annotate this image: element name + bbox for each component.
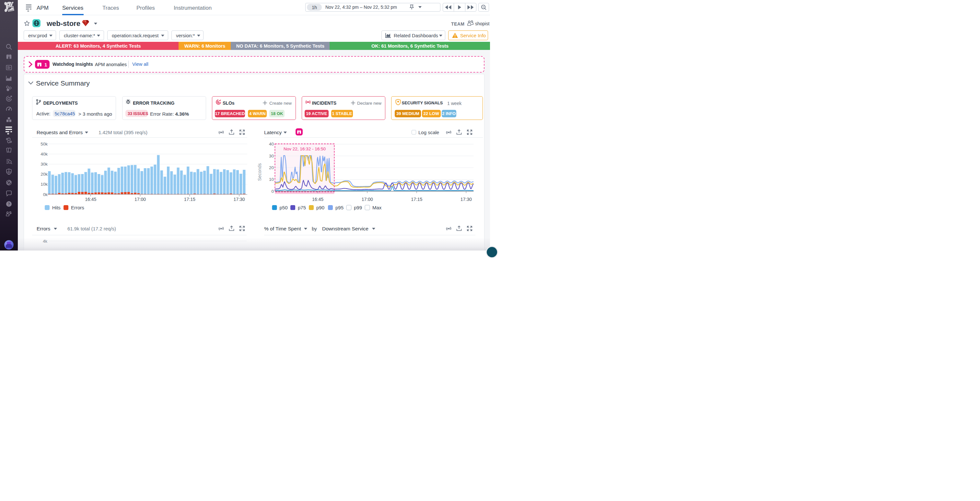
- svg-text:p75: p75: [298, 205, 306, 210]
- svg-text:17:00: 17:00: [362, 197, 373, 202]
- svg-text:0: 0: [271, 189, 274, 194]
- svg-text:10: 10: [269, 177, 274, 182]
- svg-text:16:45: 16:45: [312, 197, 323, 202]
- svg-text:20: 20: [269, 165, 274, 170]
- svg-text:p95: p95: [336, 205, 344, 210]
- svg-text:Nov 22, 16:32 - 16:50: Nov 22, 16:32 - 16:50: [283, 146, 326, 151]
- svg-text:30: 30: [269, 154, 274, 159]
- svg-text:17:30: 17:30: [460, 197, 472, 202]
- svg-text:p90: p90: [316, 205, 325, 210]
- svg-text:Seconds: Seconds: [257, 163, 262, 181]
- svg-text:p99: p99: [354, 205, 362, 210]
- svg-text:40: 40: [269, 142, 274, 146]
- svg-text:Max: Max: [372, 205, 382, 210]
- svg-text:p50: p50: [280, 205, 288, 210]
- svg-text:17:15: 17:15: [411, 197, 422, 202]
